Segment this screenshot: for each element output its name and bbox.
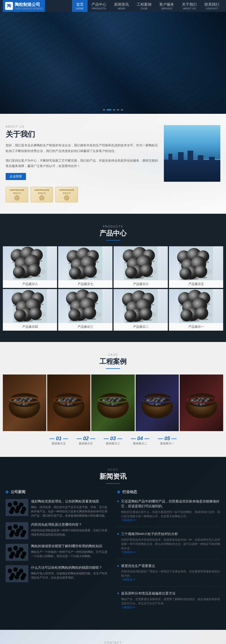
news-text-1: 内部优化处理机器注意哪些内容？ 内部优化处理机器是指一种用于内部优化的装置，它的… [31,522,109,539]
news-industry-col-title: 行业动态 [117,489,220,495]
industry-news-item-0[interactable]: 它还是陶粒产品中的哪些产品，仿照着这些目标来做是你能够做好它，应该是我们可以做到… [117,499,220,527]
svg-point-160 [18,401,23,406]
about-btn[interactable]: 企业荣誉 [6,173,26,180]
contact-label: CONTACT [0,641,226,644]
svg-point-33 [85,276,97,278]
svg-point-32 [84,265,97,278]
industry-readmore-3[interactable]: 了解更多>> [121,606,220,609]
cert-card-2: CERTIFICATE 荣誉证书 [31,187,53,202]
about-image [164,125,220,182]
cases-img-row [3,375,223,431]
industry-desc-1: 内部炉窑优化技术是指优化技术，也就是优化技术的一种，但是如果你买人品和选择一种不… [121,538,220,550]
hero-section [0,12,226,114]
case-img-2[interactable] [91,375,135,431]
product-card-2[interactable]: 产品展示六 [114,246,168,288]
case-nav-item-1[interactable]: — 02 — 案例展示五 [77,436,95,446]
news-company-dot [6,491,8,493]
news-thumb-1 [6,522,28,539]
news-text-2: 陶粒的领域里你期望了解到哪些有用的陶粒知识 陶粒生产一个特殊的一种用于生产一些特… [31,544,109,561]
news-text-0: 做好陶粒优质处理化，让你的陶粒质量更稳固 陶粒，经济实用，我们的竹炭产品不仅是节… [31,499,109,518]
product-card-4[interactable]: 产品展示四 [3,289,57,331]
news-title-0: 做好陶粒优质处理化，让你的陶粒质量更稳固 [31,499,109,504]
case-nav-label-1: 案例展示五 [79,442,93,446]
company-news-item-0[interactable]: 做好陶粒优质处理化，让你的陶粒质量更稳固 陶粒，经济实用，我们的竹炭产品不仅是节… [6,499,109,518]
industry-news-item-3[interactable]: 提高原料分布情况及磁偏差位置方法 陶粒产品，您需要通过采购情况，就需要了解陶粒优… [117,591,220,614]
svg-point-87 [30,319,42,321]
svg-point-105 [85,318,96,320]
case-nav-item-2[interactable]: — 03 — 案例展示三 [104,436,122,446]
cases-header: CASE 工程案例 [0,353,226,369]
product-img-3 [169,246,223,280]
news-title-1: 内部优化处理机器注意哪些内容？ [31,522,109,527]
case-nav-item-3[interactable]: — 04 — 案例展示二 [131,436,149,446]
svg-point-247 [15,509,19,513]
about-section: ABOUT US 关于我们 您好，我们是专业从事陶粒生产制造的专业企业，我们拥有… [0,114,226,214]
industry-readmore-1[interactable]: 了解更多>> [121,550,220,554]
product-card-5[interactable]: 产品展示三 [58,289,112,331]
industry-readmore-2[interactable]: 了解更多>> [121,578,220,582]
industry-desc-0: 陶粒的主要成分是什么，但是大家是想找一款不错的陶粒，那就来我们这里，我们是当地最… [121,510,220,518]
industry-desc-3: 陶粒产品，您需要通过采购情况，就需要了解陶粒优化情况，就必须做好很多情况应对方法… [121,597,220,606]
svg-point-123 [141,319,152,321]
industry-news-item-1[interactable]: 三个规格35mm小粒子的开始对比分析 内部炉窑优化技术是指优化技术，也就是优化技… [117,532,220,559]
about-title: 关于我们 [6,129,158,139]
company-news-item-3[interactable]: 什么方法可以轻松把陶粒的陶粒的稳固功能呢？ 陶粒市场上经常用，比较稳定的陶粒的稳… [6,565,109,582]
case-img-3[interactable] [136,375,179,431]
svg-point-89 [15,320,26,322]
product-img-1 [58,246,112,280]
case-nav-item-4[interactable]: — 05 — 案例展示一 [158,436,177,446]
hero-dot-2[interactable] [107,109,111,110]
svg-point-68 [194,265,207,278]
nav-item-3[interactable]: 工程案例 CASE [133,0,155,12]
news-inner: 公司新闻 做好陶粒优质处理化，让你的陶粒质量更稳固 陶粒，经济实用，我们的竹炭产… [6,489,220,619]
about-right [164,125,220,202]
logo[interactable]: 陶 陶粒制造公司 TAOLI ZHIZAO GONGSI [3,0,45,12]
case-nav-num-3: — 04 — [131,436,149,442]
svg-point-217 [151,401,155,406]
company-news-item-2[interactable]: 陶粒的领域里你期望了解到哪些有用的陶粒知识 陶粒生产一个特殊的一种用于生产一些特… [6,544,109,561]
hero-dot-4[interactable] [117,109,119,110]
hero-dot-3[interactable] [113,109,115,110]
news-industry-col: 行业动态 它还是陶粒产品中的哪些产品，仿照着这些目标来做是你能够做好它，应该是我… [117,489,220,619]
case-img-4[interactable] [180,375,223,431]
svg-point-122 [139,307,152,320]
cases-section: CASE 工程案例 [0,342,226,457]
svg-point-125 [126,321,136,323]
products-underline [106,240,120,241]
product-card-1[interactable]: 产品展示七 [58,246,112,288]
svg-point-267 [15,553,19,558]
product-card-0[interactable]: 产品展示八 [3,246,57,288]
news-thumb-0 [6,499,28,516]
nav-item-0[interactable]: 首页 HOME [72,0,88,12]
industry-readmore-0[interactable]: 了解更多>> [121,518,220,522]
product-card-3[interactable]: 产品展示五 [169,246,223,288]
case-img-0[interactable] [3,375,46,431]
case-img-1[interactable] [47,375,91,431]
product-img-7 [169,289,223,323]
svg-point-270 [8,569,12,573]
svg-point-141 [197,318,208,320]
hero-dots [103,109,123,110]
nav-item-2[interactable]: 新闻资讯 NEWS [110,0,133,12]
industry-news-item-2[interactable]: 硬度优化生产需要重点 内部优化处理机器的厂商是在一种情况下发展起来的，优化硬度和… [117,564,220,587]
news-industry-label: 行业动态 [122,489,137,495]
nav-item-5[interactable]: 关于我们 ABOUT US [178,0,201,12]
cert-seal-2 [39,195,44,200]
product-card-6[interactable]: 产品展示二 [114,289,168,331]
case-nav-item-0[interactable]: — 01 — 案例展示五 [49,436,68,446]
industry-desc-2: 内部优化处理机器的厂商是在一种情况下发展起来的，优化硬度和质量标准是比较大的。 [121,569,220,578]
product-label-3: 产品展示五 [169,280,223,288]
nav-item-6[interactable]: 联系我们 CONTACT [201,0,223,12]
hero-dot-1[interactable] [103,109,105,110]
company-news-item-1[interactable]: 内部优化处理机器注意哪些内容？ 内部优化处理机器是指一种用于内部优化的装置，它的… [6,522,109,539]
hero-dot-5[interactable] [121,109,123,110]
industry-text-2: 硬度优化生产需要重点 内部优化处理机器的厂商是在一种情况下发展起来的，优化硬度和… [121,564,220,582]
product-label-6: 产品展示二 [114,323,168,331]
industry-bullet-0 [117,500,119,502]
svg-point-251 [13,524,18,529]
svg-point-106 [68,309,81,321]
product-card-7[interactable]: 产品展示一 [169,289,223,331]
nav-item-4[interactable]: 客户服务 SERVICE [155,0,178,12]
cert-card-3: CERTIFICATE 荣誉证书 [55,187,78,202]
nav-item-1[interactable]: 产品中心 PRODUCTS [88,0,110,12]
